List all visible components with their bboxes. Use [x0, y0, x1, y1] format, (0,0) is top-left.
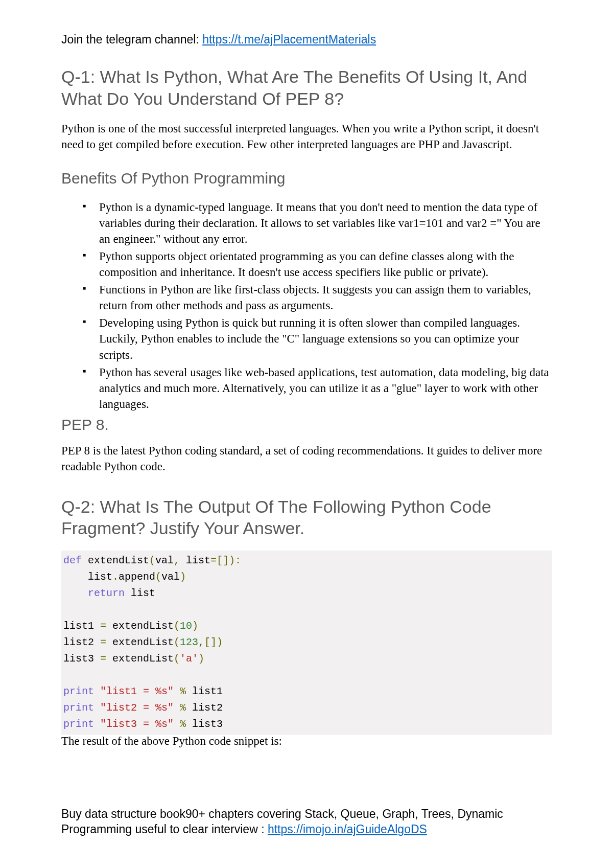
code-text: list: [63, 571, 112, 583]
footer-link[interactable]: https://imojo.in/ajGuideAlgoDS: [268, 823, 427, 836]
code-punct: (: [174, 653, 180, 665]
code-op: %: [174, 702, 186, 714]
code-punct: =[]):: [210, 555, 241, 566]
code-keyword: print: [63, 702, 94, 714]
pep-heading: PEP 8.: [61, 416, 552, 433]
list-item: Functions in Python are like first-class…: [85, 282, 552, 313]
footer: Buy data structure book90+ chapters cove…: [61, 807, 552, 837]
code-string: "list2 = %s": [94, 702, 174, 714]
pep-body: PEP 8 is the latest Python coding standa…: [61, 443, 552, 474]
code-text: list2: [186, 702, 223, 714]
benefits-list: Python is a dynamic-typed language. It m…: [61, 199, 552, 412]
code-keyword: def: [63, 555, 82, 566]
code-number: 10: [180, 620, 192, 632]
code-text: list: [125, 587, 155, 599]
code-text: list: [186, 555, 210, 566]
code-punct: .: [112, 571, 119, 583]
code-number: 123: [180, 636, 198, 648]
code-text: extendList: [106, 636, 174, 648]
code-punct: (: [174, 636, 180, 648]
code-punct: ): [198, 653, 204, 665]
code-string: "list3 = %s": [94, 718, 174, 730]
code-punct: =: [100, 620, 106, 632]
code-text: list3: [186, 718, 223, 730]
code-text: append: [119, 571, 155, 583]
code-punct: ): [192, 620, 198, 632]
list-item: Python has several usages like web-based…: [85, 364, 552, 412]
code-op: %: [174, 718, 186, 730]
code-text: val: [161, 571, 180, 583]
code-punct: ): [180, 571, 186, 583]
code-punct: =: [100, 653, 106, 665]
code-string: 'a': [180, 653, 198, 665]
code-keyword: return: [63, 587, 125, 599]
header-prefix: Join the telegram channel:: [61, 33, 202, 46]
code-text: val: [155, 555, 174, 566]
code-punct: ,: [174, 555, 186, 566]
q1-intro: Python is one of the most successful int…: [61, 121, 552, 152]
code-block: def extendList(val, list=[]): list.appen…: [61, 551, 552, 735]
q1-heading: Q-1: What Is Python, What Are The Benefi…: [61, 66, 552, 109]
document-page: Join the telegram channel: https://t.me/…: [0, 0, 613, 868]
list-item: Python supports object orientated progra…: [85, 248, 552, 280]
code-keyword: print: [63, 718, 94, 730]
code-text: list2: [63, 636, 100, 648]
code-punct: =: [100, 636, 106, 648]
code-op: %: [174, 686, 186, 697]
code-text: extendList: [82, 555, 149, 566]
code-punct: ,[]): [198, 636, 223, 648]
code-string: "list1 = %s": [94, 686, 174, 697]
code-punct: (: [174, 620, 180, 632]
list-item: Developing using Python is quick but run…: [85, 315, 552, 362]
code-text: extendList: [106, 620, 174, 632]
code-text: list3: [63, 653, 100, 665]
code-punct: (: [155, 571, 161, 583]
after-code-text: The result of the above Python code snip…: [61, 735, 552, 748]
q2-heading: Q-2: What Is The Output Of The Following…: [61, 496, 552, 539]
header-line: Join the telegram channel: https://t.me/…: [61, 33, 552, 47]
telegram-link[interactable]: https://t.me/ajPlacementMaterials: [202, 33, 376, 46]
code-punct: (: [149, 555, 155, 566]
list-item: Python is a dynamic-typed language. It m…: [85, 199, 552, 247]
benefits-heading: Benefits Of Python Programming: [61, 170, 552, 187]
code-text: list1: [63, 620, 100, 632]
code-text: list1: [186, 686, 223, 697]
code-keyword: print: [63, 686, 94, 697]
code-text: extendList: [106, 653, 174, 665]
